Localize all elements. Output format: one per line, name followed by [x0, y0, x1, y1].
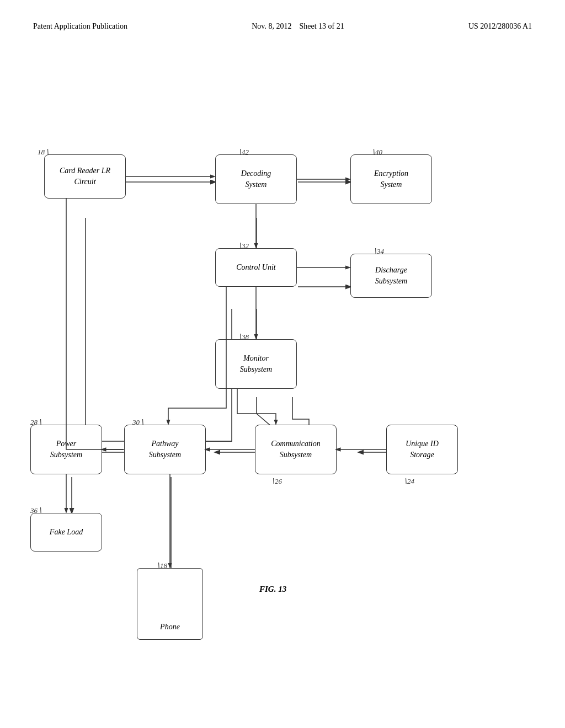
decoding-box: DecodingSystem — [215, 154, 297, 204]
power-ref: 28∖ — [30, 418, 42, 427]
fake-load-box: Fake Load — [30, 513, 102, 552]
unique-id-box: Unique IDStorage — [386, 425, 458, 474]
header-left: Patent Application Publication — [33, 22, 127, 31]
page-header: Patent Application Publication Nov. 8, 2… — [0, 0, 565, 36]
unique-id-ref: ∖24 — [403, 477, 414, 486]
header-middle: Nov. 8, 2012 Sheet 13 of 21 — [252, 22, 344, 31]
fake-load-ref: 36∖ — [30, 506, 42, 515]
pathway-ref: 30∖ — [132, 418, 144, 427]
decoding-ref: ∖42 — [237, 148, 249, 157]
control-box: Control Unit — [215, 248, 297, 287]
card-reader-ref: 18∖ — [38, 148, 49, 157]
pathway-box: PathwaySubsystem — [124, 425, 206, 474]
control-ref: ∖32 — [237, 242, 249, 250]
monitor-box: MonitorSubsystem — [215, 339, 297, 389]
card-reader-box: Card Reader LR Circuit — [44, 154, 126, 199]
communication-ref: ∖26 — [270, 477, 282, 486]
communication-box: CommunicationSubsystem — [255, 425, 337, 474]
header-right: US 2012/280036 A1 — [468, 22, 532, 31]
discharge-ref: ∖34 — [372, 247, 384, 256]
monitor-ref: ∖38 — [237, 333, 249, 341]
diagram-area: Card Reader LR Circuit 18∖ DecodingSyste… — [0, 66, 565, 717]
phone-ref: ∖18 — [156, 561, 167, 570]
power-box: PowerSubsystem — [30, 425, 102, 474]
discharge-box: DischargeSubsystem — [350, 254, 432, 298]
encryption-ref: ∖40 — [371, 148, 382, 157]
encryption-box: EncryptionSystem — [350, 154, 432, 204]
phone-box: Phone — [137, 568, 203, 640]
fig-label: FIG. 13 — [259, 585, 286, 594]
